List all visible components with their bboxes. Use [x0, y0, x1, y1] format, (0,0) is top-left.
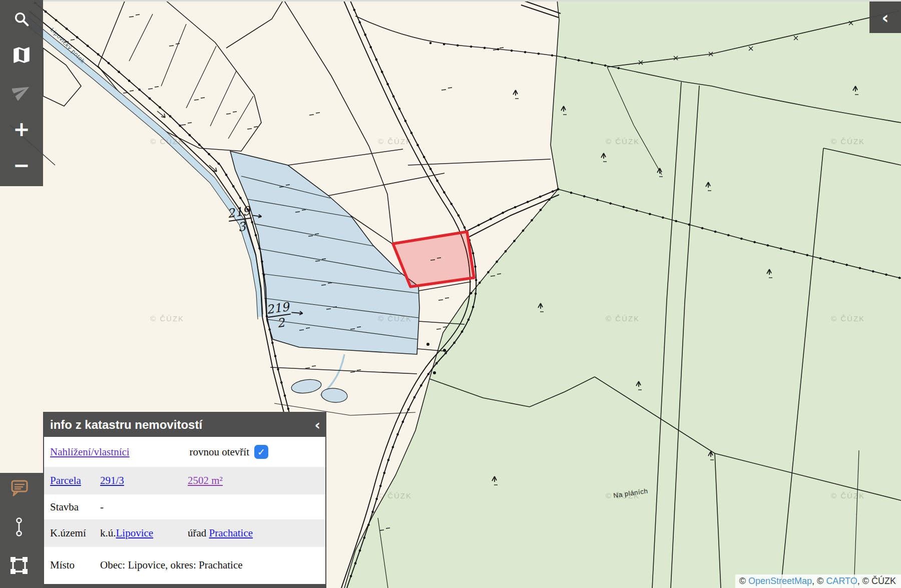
- map-icon: [11, 45, 32, 66]
- info-panel-header: info z katastru nemovitostí ‹: [44, 413, 325, 437]
- urad-prefix: úřad: [188, 527, 209, 539]
- measure-area-button[interactable]: [0, 554, 41, 576]
- rovnou-otevrit-label: rovnou otevřít: [189, 446, 249, 458]
- map-layers-button[interactable]: [0, 44, 43, 66]
- attribution-mid: , ©: [812, 576, 826, 586]
- cadastre-info-panel: info z katastru nemovitostí ‹ Nahlížení/…: [43, 412, 326, 588]
- attribution-suffix: , © ČÚZK: [857, 576, 896, 586]
- nahlizeni-vlastnici-link[interactable]: Nahlížení/vlastníci: [50, 446, 130, 458]
- stavba-value: -: [100, 501, 188, 513]
- carto-link[interactable]: CARTO: [826, 576, 857, 586]
- toolbar-bottom: [0, 473, 43, 588]
- location-arrow-icon: [12, 82, 31, 101]
- comment-bubble-icon: [8, 478, 30, 498]
- zoom-out-button[interactable]: −: [0, 154, 43, 176]
- row-misto: Místo Obec: Lipovice, okres: Prachatice: [44, 547, 325, 583]
- rovnou-otevrit-checkbox[interactable]: ✓: [254, 445, 268, 459]
- kuzemi-prefix: k.ú.: [100, 527, 116, 539]
- parcela-area-link[interactable]: 2502 m²: [188, 474, 318, 487]
- row-parcela: Parcela 291/3 2502 m²: [44, 467, 325, 494]
- measure-distance-icon: [10, 516, 28, 538]
- map-top-edge: [43, 0, 901, 2]
- openstreetmap-link[interactable]: OpenStreetMap: [748, 576, 812, 586]
- misto-value: Obec: Lipovice, okres: Prachatice: [100, 559, 318, 571]
- cadastral-map-app: { "colors": { "panel_dark": "#4d4d4d", "…: [0, 0, 901, 588]
- locate-button[interactable]: [0, 80, 43, 102]
- measure-area-icon: [9, 555, 29, 575]
- chevron-left-icon: ‹: [881, 8, 888, 28]
- sidebar-collapse-button[interactable]: ‹: [869, 2, 901, 33]
- checkmark-icon: ✓: [257, 446, 265, 457]
- search-button[interactable]: [0, 8, 43, 30]
- info-panel-title: info z katastru nemovitostí: [50, 418, 202, 432]
- plus-icon: +: [13, 119, 30, 139]
- search-icon: [12, 10, 31, 29]
- misto-label: Místo: [50, 559, 100, 571]
- map-attribution: © OpenStreetMap, © CARTO, © ČÚZK: [735, 574, 901, 588]
- toolbar-top: + −: [0, 0, 43, 186]
- zoom-in-button[interactable]: +: [0, 118, 43, 140]
- parcela-link[interactable]: Parcela: [50, 474, 100, 487]
- attribution-prefix: ©: [739, 576, 748, 586]
- row-nahlizeni: Nahlížení/vlastníci rovnou otevřít ✓: [44, 437, 325, 467]
- row-stavba: Stavba -: [44, 494, 325, 519]
- comments-button[interactable]: [0, 477, 41, 499]
- stavba-label: Stavba: [50, 501, 100, 513]
- kuzemi-label: K.území: [50, 527, 100, 539]
- parcela-number-link[interactable]: 291/3: [100, 474, 188, 487]
- minus-icon: −: [13, 155, 30, 175]
- measure-distance-button[interactable]: [0, 516, 41, 538]
- panel-collapse-icon[interactable]: ‹: [314, 417, 320, 433]
- kuzemi-lipovice-link[interactable]: Lipovice: [116, 527, 154, 539]
- urad-prachatice-link[interactable]: Prachatice: [209, 527, 253, 539]
- row-kuzemi: K.území k.ú.Lipovice úřad Prachatice: [44, 519, 325, 547]
